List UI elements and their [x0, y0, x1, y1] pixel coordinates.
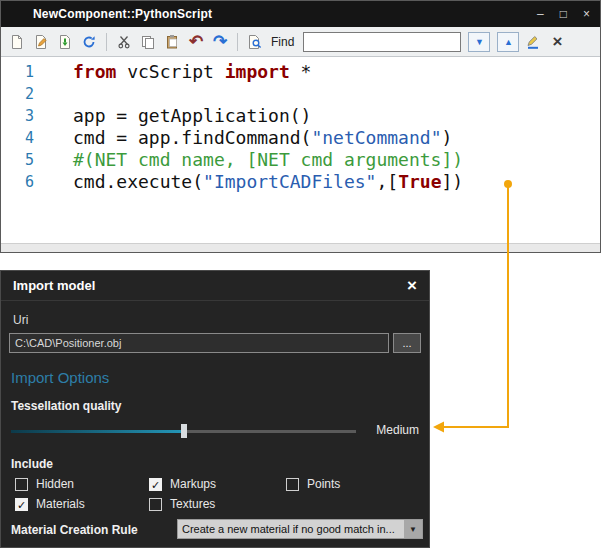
checkbox-label: Materials	[36, 497, 85, 511]
line-number: 3	[1, 105, 41, 127]
tessellation-slider[interactable]	[11, 424, 356, 438]
uri-label: Uri	[13, 313, 28, 327]
redo-icon[interactable]: ↷	[210, 32, 230, 52]
minimize-button[interactable]: –	[537, 8, 544, 20]
window-title: NewComponent::PythonScript	[33, 7, 212, 21]
code-editor[interactable]: 1from vcScript import *23app = getApplic…	[1, 57, 600, 243]
find-previous-button[interactable]: ▲	[497, 32, 519, 52]
checkbox-materials[interactable]: ✓Materials	[15, 497, 149, 511]
maximize-button[interactable]: □	[560, 8, 567, 20]
dialog-titlebar[interactable]: Import model ×	[1, 271, 429, 301]
checkbox-textures[interactable]: Textures	[149, 497, 286, 511]
close-button[interactable]: ×	[583, 8, 590, 20]
checkbox-box[interactable]: ✓	[149, 478, 162, 491]
checkbox-points[interactable]: Points	[286, 477, 340, 491]
checkbox-hidden[interactable]: Hidden	[15, 477, 149, 491]
chevron-down-icon: ▼	[404, 520, 422, 538]
tessellation-quality-label: Tessellation quality	[11, 399, 121, 413]
refresh-icon[interactable]	[79, 32, 99, 52]
material-rule-dropdown[interactable]: Create a new material if no good match i…	[177, 519, 423, 539]
find-label: Find	[271, 35, 294, 49]
dialog-close-icon[interactable]: ×	[407, 277, 417, 294]
tessellation-value: Medium	[376, 423, 419, 437]
material-creation-rule-label: Material Creation Rule	[11, 523, 138, 537]
code-line[interactable]: 2	[1, 83, 600, 105]
undo-icon[interactable]: ↶	[186, 32, 206, 52]
highlight-all-icon[interactable]	[523, 32, 543, 52]
edit-script-icon[interactable]	[31, 32, 51, 52]
uri-input[interactable]	[9, 333, 389, 353]
code-text: from vcScript import *	[41, 61, 311, 83]
new-script-icon[interactable]	[7, 32, 27, 52]
code-line[interactable]: 4cmd = app.findCommand("netCommand")	[1, 127, 600, 149]
dialog-title: Import model	[13, 278, 95, 293]
code-text: #(NET cmd name, [NET cmd arguments])	[41, 149, 463, 171]
find-next-button[interactable]: ▼	[468, 32, 490, 52]
browse-button[interactable]: ...	[393, 333, 421, 353]
checkbox-label: Textures	[170, 497, 215, 511]
find-icon[interactable]	[245, 32, 265, 52]
line-number: 1	[1, 61, 41, 83]
code-line[interactable]: 6cmd.execute("ImportCADFiles",[True])	[1, 171, 600, 193]
code-line[interactable]: 5#(NET cmd name, [NET cmd arguments])	[1, 149, 600, 171]
code-line[interactable]: 3app = getApplication()	[1, 105, 600, 127]
checkbox-box[interactable]	[15, 478, 28, 491]
code-text: app = getApplication()	[41, 105, 311, 127]
toolbar-separator	[237, 33, 238, 51]
code-line[interactable]: 1from vcScript import *	[1, 61, 600, 83]
checkbox-box[interactable]: ✓	[15, 498, 28, 511]
editor-toolbar: ↶ ↷ Find ▼ ▲ ×	[1, 27, 600, 57]
code-text: cmd = app.findCommand("netCommand")	[41, 127, 452, 149]
window-controls: – □ ×	[537, 8, 590, 20]
include-checkboxes: Hidden✓MarkupsPoints✓MaterialsTextures	[15, 477, 340, 511]
include-label: Include	[11, 457, 53, 471]
code-text	[41, 83, 73, 105]
checkbox-markups[interactable]: ✓Markups	[149, 477, 286, 491]
toolbar-separator	[106, 33, 107, 51]
line-number: 4	[1, 127, 41, 149]
checkbox-box[interactable]	[286, 478, 299, 491]
checkbox-label: Points	[307, 477, 340, 491]
checkbox-box[interactable]	[149, 498, 162, 511]
import-model-dialog: Import model × Uri ... Import Options Te…	[0, 270, 430, 548]
material-rule-value: Create a new material if no good match i…	[178, 523, 404, 535]
checkbox-label: Hidden	[36, 477, 74, 491]
save-script-icon[interactable]	[55, 32, 75, 52]
line-number: 5	[1, 149, 41, 171]
editor-footer	[1, 243, 600, 252]
find-input[interactable]	[303, 32, 461, 52]
slider-fill	[11, 430, 184, 433]
code-text: cmd.execute("ImportCADFiles",[True])	[41, 171, 463, 193]
copy-icon[interactable]	[138, 32, 158, 52]
line-number: 2	[1, 83, 41, 105]
editor-titlebar[interactable]: NewComponent::PythonScript – □ ×	[1, 1, 600, 27]
paste-icon[interactable]	[162, 32, 182, 52]
close-find-button[interactable]: ×	[547, 32, 567, 52]
python-script-window: NewComponent::PythonScript – □ × ↶	[0, 0, 601, 253]
cut-icon[interactable]	[114, 32, 134, 52]
line-number: 6	[1, 171, 41, 193]
checkbox-label: Markups	[170, 477, 216, 491]
code-lines: 1from vcScript import *23app = getApplic…	[1, 61, 600, 193]
slider-thumb[interactable]	[181, 424, 187, 438]
import-options-heading: Import Options	[11, 369, 109, 386]
